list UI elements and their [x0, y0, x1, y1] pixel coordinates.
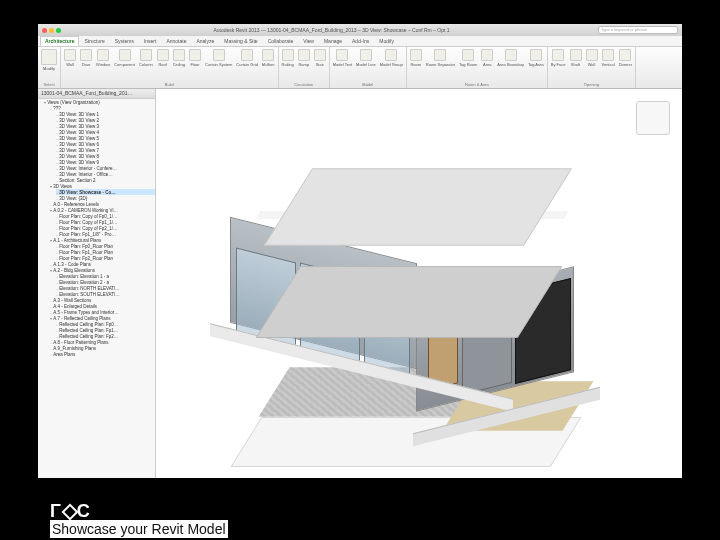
mullion-icon [262, 49, 274, 61]
slide-caption: Showcase your Revit Model [50, 520, 228, 538]
mullion-button[interactable]: Mullion [261, 48, 276, 68]
search-input[interactable]: Type a keyword or phrase [598, 26, 678, 34]
ribbon-tabs: ArchitectureStructureSystemsInsertAnnota… [38, 36, 682, 47]
dormer-icon [619, 49, 631, 61]
wall-button[interactable]: Wall [585, 48, 599, 68]
area-boundary-button[interactable]: Area Boundary [496, 48, 525, 68]
tool-label: Modify [43, 66, 55, 71]
wall-icon [586, 49, 598, 61]
component-button[interactable]: Component [113, 48, 136, 68]
tool-label: Door [82, 62, 91, 67]
room-separator-button[interactable]: Room Separator [425, 48, 456, 68]
window-button[interactable]: Window [95, 48, 111, 68]
tab-manage[interactable]: Manage [319, 36, 347, 46]
tool-label: Mullion [262, 62, 275, 67]
panel-label: Opening [550, 81, 633, 87]
tool-label: Room [410, 62, 421, 67]
area-button[interactable]: Area [480, 48, 494, 68]
tool-label: Wall [66, 62, 74, 67]
project-browser[interactable]: 13001-04_BCMAA_Ford_Building_201… Views … [38, 89, 156, 478]
tool-label: Railing [282, 62, 294, 67]
tool-label: Model Group [380, 62, 403, 67]
roof-button[interactable]: Roof [156, 48, 170, 68]
tool-label: Area [483, 62, 491, 67]
curtain-grid-button[interactable]: Curtain Grid [235, 48, 259, 68]
wall-button[interactable]: Wall [63, 48, 77, 68]
panel-label: Circulation [281, 81, 327, 87]
modify-icon [41, 49, 57, 65]
by-face-button[interactable]: By Face [550, 48, 567, 68]
stair-button[interactable]: Stair [313, 48, 327, 68]
ribbon: ModifySelectWallDoorWindowComponentColum… [38, 47, 682, 89]
zoom-icon[interactable] [56, 28, 61, 33]
building-model [206, 129, 626, 449]
room-button[interactable]: Room [409, 48, 423, 68]
ceiling-icon [173, 49, 185, 61]
close-icon[interactable] [42, 28, 47, 33]
tool-label: Vertical [602, 62, 615, 67]
tool-label: Shaft [571, 62, 580, 67]
dormer-button[interactable]: Dormer [618, 48, 633, 68]
door-icon [80, 49, 92, 61]
viewcube-face[interactable] [636, 101, 670, 135]
window-title: Autodesk Revit 2013 — 13001-04_BCMAA_For… [65, 27, 598, 33]
tool-label: Tag Area [528, 62, 544, 67]
panel-opening: By FaceShaftWallVerticalDormerOpening [548, 47, 636, 88]
tab-add-ins[interactable]: Add-Ins [347, 36, 374, 46]
ramp-icon [298, 49, 310, 61]
minimize-icon[interactable] [49, 28, 54, 33]
3d-viewport[interactable] [156, 89, 682, 478]
tag-room-button[interactable]: Tag Room [458, 48, 478, 68]
floor-icon [189, 49, 201, 61]
tab-analyze[interactable]: Analyze [191, 36, 219, 46]
tab-annotate[interactable]: Annotate [161, 36, 191, 46]
tool-label: Curtain System [205, 62, 232, 67]
window-controls[interactable] [42, 28, 61, 33]
modify-button[interactable]: Modify [40, 48, 58, 72]
shaft-button[interactable]: Shaft [569, 48, 583, 68]
tool-label: Column [139, 62, 153, 67]
tab-structure[interactable]: Structure [79, 36, 109, 46]
tab-view[interactable]: View [298, 36, 319, 46]
roof-icon [157, 49, 169, 61]
tab-massing-site[interactable]: Massing & Site [219, 36, 262, 46]
vertical-button[interactable]: Vertical [601, 48, 616, 68]
model-text-button[interactable]: Model Text [332, 48, 353, 68]
tool-label: Wall [588, 62, 596, 67]
logo-text: ΓC [50, 501, 92, 521]
panel-label: Select [40, 81, 58, 87]
tab-collaborate[interactable]: Collaborate [263, 36, 299, 46]
stair-icon [314, 49, 326, 61]
viewcube[interactable] [636, 101, 670, 135]
tab-insert[interactable]: Insert [139, 36, 162, 46]
model-group-button[interactable]: Model Group [379, 48, 404, 68]
tag-area-button[interactable]: Tag Area [527, 48, 545, 68]
model-text-icon [336, 49, 348, 61]
revit-window: Autodesk Revit 2013 — 13001-04_BCMAA_For… [38, 24, 682, 478]
tool-label: Room Separator [426, 62, 455, 67]
area-boundary-icon [505, 49, 517, 61]
door-button[interactable]: Door [79, 48, 93, 68]
floor-button[interactable]: Floor [188, 48, 202, 68]
tab-architecture[interactable]: Architecture [40, 36, 79, 46]
model-line-icon [360, 49, 372, 61]
tool-label: By Face [551, 62, 566, 67]
ramp-button[interactable]: Ramp [297, 48, 311, 68]
vertical-icon [602, 49, 614, 61]
railing-icon [282, 49, 294, 61]
curtain-system-button[interactable]: Curtain System [204, 48, 233, 68]
browser-item[interactable]: Area Plans [50, 351, 155, 357]
column-button[interactable]: Column [138, 48, 154, 68]
ceiling-button[interactable]: Ceiling [172, 48, 186, 68]
model-line-button[interactable]: Model Line [355, 48, 377, 68]
tool-label: Model Line [356, 62, 376, 67]
panel-room-area: RoomRoom SeparatorTag RoomAreaArea Bound… [407, 47, 548, 88]
railing-button[interactable]: Railing [281, 48, 295, 68]
tool-label: Area Boundary [497, 62, 524, 67]
tab-modify[interactable]: Modify [374, 36, 399, 46]
browser-header: 13001-04_BCMAA_Ford_Building_201… [38, 89, 155, 99]
wall-icon [64, 49, 76, 61]
panel-select: ModifySelect [38, 47, 61, 88]
tool-label: Dormer [619, 62, 632, 67]
tab-systems[interactable]: Systems [110, 36, 139, 46]
